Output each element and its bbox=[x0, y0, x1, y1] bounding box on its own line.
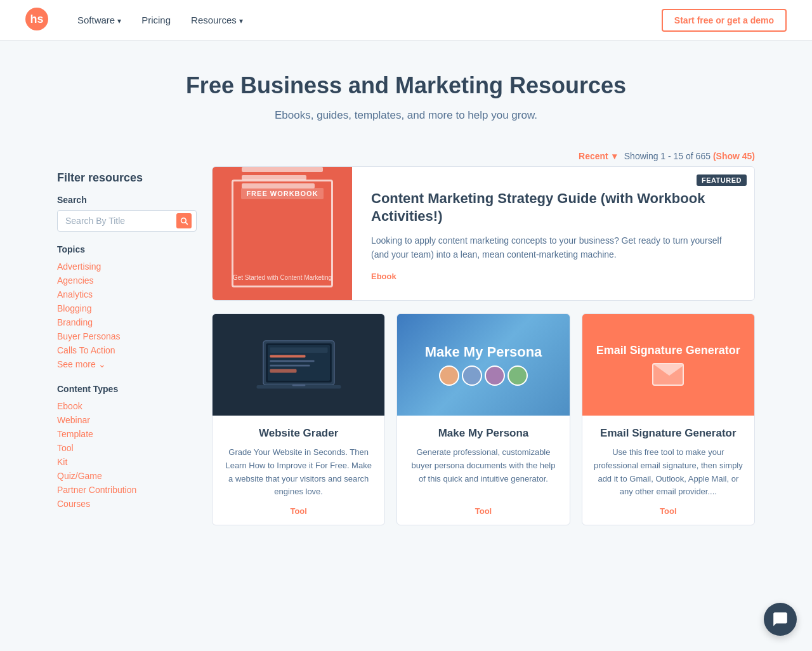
website-grader-type[interactable]: Tool bbox=[223, 506, 374, 516]
nav-links: Software Pricing Resources bbox=[69, 10, 662, 30]
topic-advertising[interactable]: Advertising bbox=[57, 260, 197, 273]
email-envelope-icon bbox=[652, 363, 684, 386]
nav-software[interactable]: Software bbox=[69, 10, 130, 30]
start-free-button[interactable]: Start free or get a demo bbox=[662, 9, 787, 32]
email-sig-title: Email Signature Generator bbox=[593, 427, 744, 440]
svg-rect-8 bbox=[270, 355, 305, 357]
website-grader-image bbox=[213, 314, 384, 416]
topic-blogging[interactable]: Blogging bbox=[57, 301, 197, 315]
avatar-1 bbox=[439, 365, 459, 386]
email-sig-img-title: Email Signature Generator bbox=[596, 344, 740, 358]
sort-button[interactable]: Recent ▾ bbox=[579, 151, 617, 161]
svg-rect-11 bbox=[270, 369, 296, 372]
email-sig-card-body: Email Signature Generator Use this free … bbox=[582, 416, 754, 525]
card-make-my-persona[interactable]: Make My Persona Make My Persona Generate… bbox=[396, 313, 570, 525]
persona-img-title: Make My Persona bbox=[425, 344, 542, 360]
svg-rect-7 bbox=[270, 347, 327, 352]
website-grader-description: Grade Your Website in Seconds. Then Lear… bbox=[223, 446, 374, 499]
featured-badge: FEATURED bbox=[697, 174, 747, 186]
resources-chevron-icon bbox=[239, 15, 243, 25]
email-sig-type[interactable]: Tool bbox=[593, 506, 744, 516]
hubspot-logo[interactable]: hs bbox=[25, 8, 48, 33]
see-more-button[interactable]: See more ⌄ bbox=[57, 357, 106, 371]
type-template[interactable]: Template bbox=[57, 427, 197, 441]
type-ebook[interactable]: Ebook bbox=[57, 399, 197, 413]
email-sig-description: Use this free tool to make your professi… bbox=[593, 446, 744, 499]
main-layout: Filter resources Search Topics Advertisi… bbox=[44, 166, 768, 551]
hero-section: Free Business and Marketing Resources Eb… bbox=[0, 41, 812, 141]
type-webinar[interactable]: Webinar bbox=[57, 413, 197, 427]
card-website-grader[interactable]: Website Grader Grade Your Website in Sec… bbox=[212, 313, 385, 525]
hero-title: Free Business and Marketing Resources bbox=[13, 72, 799, 99]
sidebar: Filter resources Search Topics Advertisi… bbox=[57, 166, 197, 525]
results-toolbar: Recent ▾ Showing 1 - 15 of 665 (Show 45) bbox=[44, 141, 768, 166]
search-input[interactable] bbox=[57, 210, 197, 232]
persona-avatars bbox=[439, 365, 528, 386]
software-chevron-icon bbox=[117, 15, 121, 25]
type-partner-contribution[interactable]: Partner Contribution bbox=[57, 483, 197, 497]
type-tool[interactable]: Tool bbox=[57, 441, 197, 455]
featured-card[interactable]: FEATURED FREE WORKBOOK Get Started with … bbox=[212, 166, 755, 301]
svg-rect-13 bbox=[292, 384, 305, 386]
topics-label: Topics bbox=[57, 244, 197, 254]
content-types-label: Content Types bbox=[57, 384, 197, 394]
avatar-2 bbox=[462, 365, 482, 386]
show-45-link[interactable]: (Show 45) bbox=[713, 151, 755, 161]
topic-analytics[interactable]: Analytics bbox=[57, 287, 197, 301]
nav-pricing[interactable]: Pricing bbox=[133, 10, 180, 30]
featured-card-description: Looking to apply content marketing conce… bbox=[371, 233, 735, 262]
featured-card-title: Content Marketing Strategy Guide (with W… bbox=[371, 190, 735, 226]
website-grader-body: Website Grader Grade Your Website in Sec… bbox=[213, 416, 384, 525]
website-grader-title: Website Grader bbox=[223, 427, 374, 440]
svg-text:hs: hs bbox=[30, 13, 43, 25]
content-area: FEATURED FREE WORKBOOK Get Started with … bbox=[212, 166, 755, 525]
search-wrap bbox=[57, 210, 197, 232]
persona-card-body: Make My Persona Generate professional, c… bbox=[397, 416, 569, 525]
avatar-4 bbox=[508, 365, 528, 386]
persona-description: Generate professional, customizable buye… bbox=[407, 446, 559, 499]
showing-count: Showing 1 - 15 of 665 (Show 45) bbox=[624, 151, 755, 161]
topic-agencies[interactable]: Agencies bbox=[57, 273, 197, 287]
featured-card-type[interactable]: Ebook bbox=[371, 272, 735, 281]
filter-title: Filter resources bbox=[57, 171, 197, 185]
workbook-subtitle: Get Started with Content Marketing bbox=[232, 274, 333, 281]
featured-card-info: Content Marketing Strategy Guide (with W… bbox=[352, 167, 754, 300]
topic-branding[interactable]: Branding bbox=[57, 315, 197, 329]
featured-card-image: FREE WORKBOOK Get Started with Content M… bbox=[213, 167, 352, 300]
sort-chevron-icon: ▾ bbox=[612, 151, 617, 161]
svg-line-3 bbox=[185, 222, 187, 224]
see-more-chevron-icon: ⌄ bbox=[98, 359, 106, 369]
workbook-graphic: FREE WORKBOOK Get Started with Content M… bbox=[232, 180, 333, 287]
persona-image: Make My Persona bbox=[397, 314, 569, 416]
persona-title: Make My Persona bbox=[407, 427, 559, 440]
topic-buyer-personas[interactable]: Buyer Personas bbox=[57, 329, 197, 343]
nav-resources[interactable]: Resources bbox=[182, 10, 252, 30]
search-button[interactable] bbox=[176, 213, 192, 228]
navbar: hs Software Pricing Resources Start free… bbox=[0, 0, 812, 41]
persona-type[interactable]: Tool bbox=[407, 506, 559, 516]
email-sig-image: Email Signature Generator bbox=[582, 314, 754, 416]
type-quiz-game[interactable]: Quiz/Game bbox=[57, 469, 197, 483]
card-email-signature[interactable]: Email Signature Generator Email Signatur… bbox=[582, 313, 755, 525]
search-label: Search bbox=[57, 195, 197, 205]
type-kit[interactable]: Kit bbox=[57, 455, 197, 469]
avatar-3 bbox=[485, 365, 505, 386]
topic-calls-to-action[interactable]: Calls To Action bbox=[57, 343, 197, 357]
cards-grid: Website Grader Grade Your Website in Sec… bbox=[212, 313, 755, 525]
type-courses[interactable]: Courses bbox=[57, 497, 197, 511]
hero-subtitle: Ebooks, guides, templates, and more to h… bbox=[13, 109, 799, 122]
svg-rect-10 bbox=[270, 364, 310, 366]
svg-rect-9 bbox=[270, 360, 314, 362]
